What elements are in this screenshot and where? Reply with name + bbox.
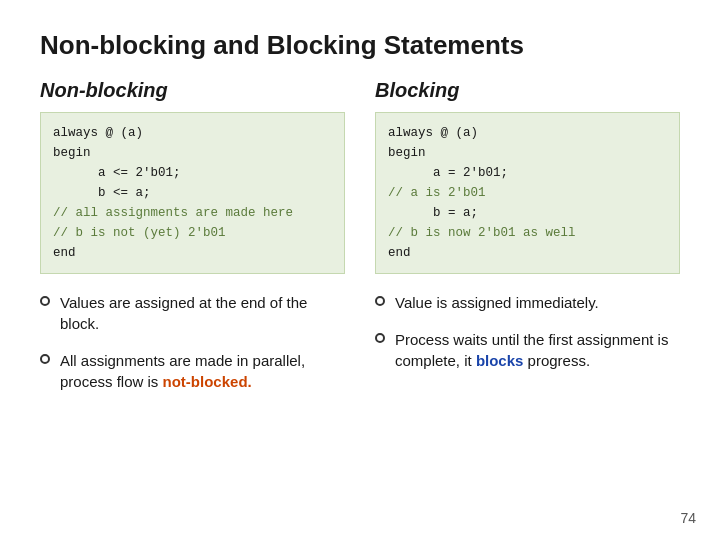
blocking-column: Blocking always @ (a) begin a = 2'b01; /… [375, 79, 680, 408]
b-code-line-5: end [388, 246, 411, 260]
blocking-code: always @ (a) begin a = 2'b01; // a is 2'… [375, 112, 680, 274]
blocking-bullet-1: Value is assigned immediately. [375, 292, 680, 313]
non-blocking-bullet-2: All assignments are made in parallel, pr… [40, 350, 345, 392]
bullet-circle-icon-3 [375, 296, 385, 306]
b-code-comment-1: // a is 2'b01 [388, 186, 486, 200]
page-number: 74 [680, 510, 696, 526]
blocking-bullet-2-text: Process waits until the first assignment… [395, 329, 680, 371]
code-comment-1: // all assignments are made here [53, 206, 293, 220]
bullet-1-text: Values are assigned at the end of the bl… [60, 292, 345, 334]
code-line-1: always @ (a) [53, 126, 143, 140]
b-code-line-4: b = a; [418, 206, 478, 220]
blocking-bullet-2-text-after: progress. [523, 352, 590, 369]
page-title: Non-blocking and Blocking Statements [40, 30, 680, 61]
blocking-bullets: Value is assigned immediately. Process w… [375, 292, 680, 371]
non-blocking-code: always @ (a) begin a <= 2'b01; b <= a; /… [40, 112, 345, 274]
bullet-circle-icon [40, 296, 50, 306]
bullet-circle-icon-2 [40, 354, 50, 364]
code-line-3: a <= 2'b01; [83, 166, 181, 180]
code-line-4: b <= a; [83, 186, 151, 200]
non-blocking-column: Non-blocking always @ (a) begin a <= 2'b… [40, 79, 345, 408]
code-comment-2: // b is not (yet) 2'b01 [53, 226, 226, 240]
blocking-bullet-2-highlight: blocks [476, 352, 524, 369]
b-code-line-2: begin [388, 146, 426, 160]
blocking-bullet-2: Process waits until the first assignment… [375, 329, 680, 371]
non-blocking-heading: Non-blocking [40, 79, 345, 102]
bullet-2-highlight: not-blocked. [163, 373, 252, 390]
non-blocking-bullet-1: Values are assigned at the end of the bl… [40, 292, 345, 334]
code-line-5: end [53, 246, 76, 260]
non-blocking-bullets: Values are assigned at the end of the bl… [40, 292, 345, 392]
b-code-line-3: a = 2'b01; [418, 166, 508, 180]
bullet-2-text: All assignments are made in parallel, pr… [60, 350, 345, 392]
code-line-2: begin [53, 146, 91, 160]
blocking-heading: Blocking [375, 79, 680, 102]
b-code-comment-2: // b is now 2'b01 as well [388, 226, 576, 240]
bullet-circle-icon-4 [375, 333, 385, 343]
b-code-line-1: always @ (a) [388, 126, 478, 140]
main-columns: Non-blocking always @ (a) begin a <= 2'b… [40, 79, 680, 408]
blocking-bullet-1-text: Value is assigned immediately. [395, 292, 599, 313]
